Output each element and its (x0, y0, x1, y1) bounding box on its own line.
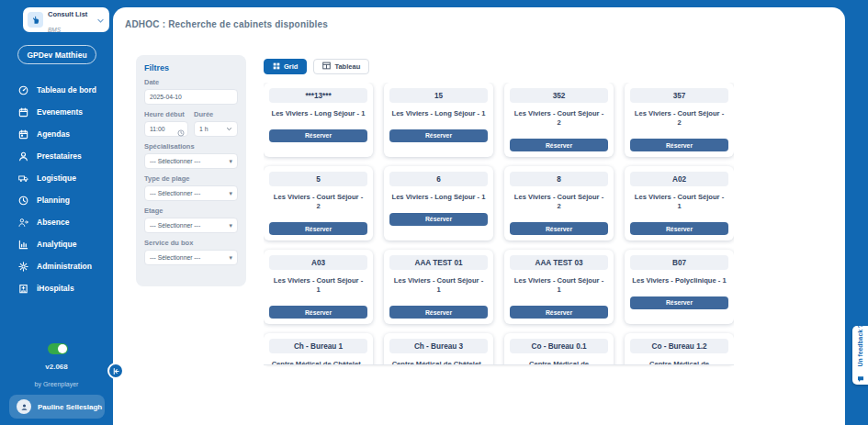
cabinet-card-title: 5 (269, 172, 367, 186)
absence-icon (18, 218, 28, 228)
chevron-down-icon (226, 126, 232, 133)
sidebar-item-label: iHospitals (28, 284, 74, 293)
cabinet-card-title: A02 (630, 172, 728, 186)
agenda-icon (18, 129, 28, 140)
cabinet-card-subtitle: Les Viviers - Court Séjour - 1 (512, 276, 606, 296)
sidebar-nav: Tableau de bordEvenementsAgendasPrestata… (0, 79, 113, 299)
cabinet-card-title: 357 (630, 88, 728, 103)
card-row: ***13***Les Viviers - Long Séjour - 1Rés… (264, 83, 734, 157)
sidebar-collapse-button[interactable] (107, 363, 124, 379)
sidebar-item-ihospitals[interactable]: iHospitals (0, 277, 113, 299)
cabinet-card: ***13***Les Viviers - Long Séjour - 1Rés… (264, 83, 373, 157)
feedback-label: Un feedback ? (857, 324, 863, 366)
consult-icon (28, 12, 43, 28)
cabinet-card-subtitle: Les Viviers - Court Séjour - 1 (271, 276, 366, 296)
card-row: 5Les Viviers - Court Séjour - 2Réserver6… (264, 166, 734, 240)
reserve-button[interactable]: Réserver (510, 139, 608, 151)
cabinet-card-subtitle: Les Viviers - Court Séjour - 2 (271, 193, 366, 212)
etage-select[interactable]: --- Sélectionner --- ▾ (144, 218, 238, 233)
date-input[interactable]: 2025-04-10 (144, 89, 238, 105)
reserve-button[interactable]: Réserver (630, 139, 728, 151)
cabinet-card-subtitle: Les Viviers - Court Séjour - 2 (512, 193, 606, 212)
sidebar-item-agendas[interactable]: Agendas (0, 123, 113, 145)
chevron-down-icon: ▾ (230, 158, 232, 165)
feedback-tab[interactable]: Un feedback ? (852, 326, 868, 385)
cabinet-card-title: Ch - Bureau 3 (389, 339, 488, 353)
cabinet-card-subtitle: Les Viviers - Polyclinique - 1 (632, 276, 727, 285)
consult-widget-subtitle: BMS (48, 27, 61, 33)
sidebar-item-label: Agendas (28, 129, 70, 139)
cabinet-card-subtitle: Les Viviers - Long Séjour - 1 (391, 193, 486, 202)
cabinet-card-title: Co - Bureau 1.2 (630, 339, 728, 353)
etage-label: Etage (144, 207, 238, 215)
sidebar-item-tableau-de-bord[interactable]: Tableau de bord (0, 79, 113, 101)
plage-type-select[interactable]: --- Sélectionner --- ▾ (144, 185, 238, 201)
box-service-select[interactable]: --- Sélectionner --- ▾ (144, 250, 238, 265)
cabinet-card: B07Les Viviers - Polyclinique - 1Réserve… (625, 250, 734, 324)
grid-view-button[interactable]: Grid (264, 59, 307, 74)
cabinet-card-subtitle: Les Viviers - Long Séjour - 1 (271, 109, 366, 118)
sidebar-item-label: Tableau de bord (28, 85, 96, 95)
cabinet-card: AAA TEST 01Les Viviers - Court Séjour - … (384, 250, 493, 324)
results-grid: ***13***Les Viviers - Long Séjour - 1Rés… (264, 83, 734, 365)
dashboard-icon (18, 85, 28, 95)
reserve-button[interactable]: Réserver (389, 306, 488, 319)
reserve-button[interactable]: Réserver (630, 222, 728, 235)
table-icon (322, 62, 331, 72)
cabinet-card-title: Co - Bureau 0.1 (510, 339, 608, 353)
app-version: v2.068 (0, 363, 113, 371)
cabinet-card: AAA TEST 03Les Viviers - Court Séjour - … (504, 250, 614, 324)
theme-toggle[interactable] (48, 343, 68, 354)
person-icon (18, 151, 28, 162)
speech-bubble-icon (857, 370, 864, 386)
cabinet-card-subtitle: Les Viviers - Court Séjour - 2 (632, 109, 727, 129)
gear-icon (18, 262, 28, 272)
avatar (17, 399, 31, 414)
filters-panel: Filtres Date 2025-04-10 Heure début 11:0… (136, 55, 246, 286)
reserve-button[interactable]: Réserver (269, 306, 367, 319)
cabinet-card-subtitle: Centre Médical de Courcelles - Courcelle… (632, 360, 727, 365)
card-row: Ch - Bureau 1Centre Médical de Châtelet … (264, 333, 734, 365)
reserve-button[interactable]: Réserver (389, 213, 488, 226)
reserve-button[interactable]: Réserver (389, 129, 488, 142)
profile-button[interactable]: Pauline Selleslagh (9, 395, 105, 419)
user-context-button[interactable]: GPDev Matthieu (17, 45, 96, 64)
cabinet-card-subtitle: Centre Médical de Châtelet - Châtelet - … (391, 360, 486, 365)
date-label: Date (144, 78, 238, 86)
reserve-button[interactable]: Réserver (630, 296, 728, 309)
sidebar-item-administration[interactable]: Administration (0, 255, 113, 277)
reserve-button[interactable]: Réserver (269, 222, 367, 235)
cabinet-card: 15Les Viviers - Long Séjour - 1Réserver (384, 83, 493, 157)
cabinet-card: 8Les Viviers - Court Séjour - 2Réserver (504, 166, 614, 240)
box-service-label: Service du box (144, 239, 238, 247)
sidebar-item-planning[interactable]: Planning (0, 189, 113, 211)
reserve-button[interactable]: Réserver (510, 222, 608, 235)
specialisations-label: Spécialisations (144, 142, 238, 151)
cabinet-card-title: 15 (389, 88, 488, 103)
cabinet-card: 6Les Viviers - Long Séjour - 1Réserver (384, 166, 493, 240)
sidebar-item-logistique[interactable]: Logistique (0, 167, 113, 189)
start-time-label: Heure début (144, 110, 188, 118)
cabinet-card: 357Les Viviers - Court Séjour - 2Réserve… (625, 83, 734, 157)
chevron-down-icon: ▾ (230, 190, 232, 197)
sidebar-item-absence[interactable]: Absence (0, 211, 113, 233)
consult-list-selector[interactable]: Consult List BMS (23, 7, 109, 32)
reserve-button[interactable]: Réserver (510, 306, 608, 319)
sidebar-item-evenements[interactable]: Evenements (0, 101, 113, 123)
cabinet-card: A02Les Viviers - Court Séjour - 1Réserve… (625, 166, 734, 240)
duration-select[interactable]: 1 h (194, 121, 238, 137)
sidebar-item-analytique[interactable]: Analytique (0, 233, 113, 255)
cabinet-card: Co - Bureau 0.1Centre Médical de Courcel… (504, 333, 614, 365)
cabinet-card-title: Ch - Bureau 1 (269, 339, 367, 353)
specialisations-select[interactable]: --- Sélectionner --- ▾ (144, 153, 238, 169)
cabinet-card-title: ***13*** (269, 88, 367, 103)
sidebar-item-label: Prestataires (28, 151, 82, 161)
cabinet-card-title: 8 (510, 172, 608, 186)
sidebar-item-prestataires[interactable]: Prestataires (0, 145, 113, 167)
sidebar: Consult List BMS GPDev Matthieu Tableau … (0, 0, 113, 425)
cabinet-card: Ch - Bureau 3Centre Médical de Châtelet … (384, 333, 493, 365)
reserve-button[interactable]: Réserver (269, 129, 367, 142)
chevron-down-icon (96, 12, 105, 28)
sidebar-item-label: Analytique (28, 240, 76, 249)
table-view-button[interactable]: Tableau (313, 59, 369, 74)
